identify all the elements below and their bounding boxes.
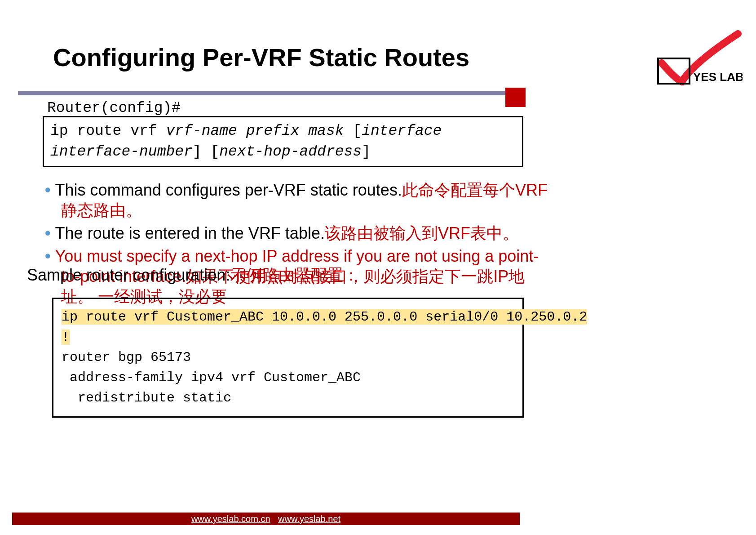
syntax-box: ip route vrf vrf-name prefix mask [inter… xyxy=(43,116,523,167)
code-line-5: redistribute static xyxy=(62,390,231,406)
bullet-2-en: The route is entered in the VRF table. xyxy=(55,224,325,242)
logo-text-glyph: YES LAB xyxy=(693,70,743,84)
footer-bar: www.yeslab.com.cn www.yeslab.net xyxy=(12,513,520,525)
router-prompt: Router(config)# xyxy=(47,100,181,116)
bullet-1: This command configures per-VRF static r… xyxy=(45,180,548,220)
syntax-mid1: [ xyxy=(344,123,362,139)
syntax-lead: ip route vrf xyxy=(50,123,166,139)
title-underline-accent xyxy=(505,88,526,107)
footer-link-1[interactable]: www.yeslab.com.cn xyxy=(191,514,270,524)
syntax-ital4: next-hop-address xyxy=(219,143,362,160)
syntax-tail: ] xyxy=(362,143,371,160)
syntax-ital3: interface-number xyxy=(50,143,193,160)
sample-config-label: Sample router configuration:示例路由器配置： xyxy=(27,264,359,286)
yeslab-logo: YES LAB xyxy=(626,27,743,85)
code-line-4: address-family ipv4 vrf Customer_ABC xyxy=(62,370,361,385)
sample-label-en: Sample router configuration: xyxy=(27,266,230,284)
code-box: ip route vrf Customer_ABC 10.0.0.0 255.0… xyxy=(52,298,524,418)
bullet-1-en: This command configures per-VRF static r… xyxy=(55,181,402,199)
bullet-list: This command configures per-VRF static r… xyxy=(27,177,548,309)
slide: Configuring Per-VRF Static Routes YES LA… xyxy=(0,0,756,535)
title-underline xyxy=(18,91,505,95)
code-line-1: ip route vrf Customer_ABC 10.0.0.0 255.0… xyxy=(62,309,587,325)
page-title: Configuring Per-VRF Static Routes xyxy=(53,43,469,72)
syntax-mid3: ] [ xyxy=(193,143,219,160)
footer-link-2[interactable]: www.yeslab.net xyxy=(278,514,340,524)
code-line-2: ! xyxy=(62,330,70,345)
sample-label-zh: 示例路由器配置： xyxy=(230,266,359,284)
code-line-3: router bgp 65173 xyxy=(62,350,191,365)
bullet-2-zh: 该路由被输入到VRF表中。 xyxy=(325,224,519,242)
syntax-ital2: interface xyxy=(362,123,442,139)
bullet-2: The route is entered in the VRF table.该路… xyxy=(45,223,548,243)
syntax-ital1: vrf-name prefix mask xyxy=(166,123,344,139)
